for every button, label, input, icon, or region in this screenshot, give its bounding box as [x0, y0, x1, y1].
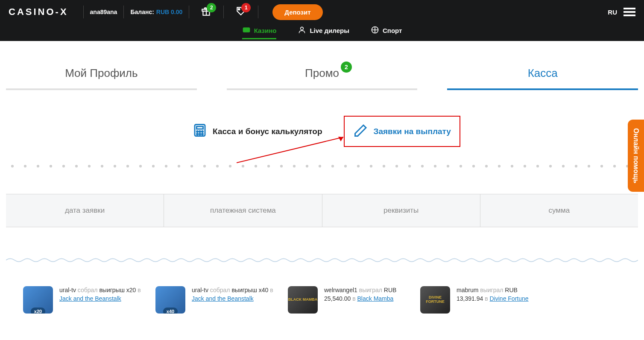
tab-promo[interactable]: Промо 2	[227, 67, 418, 90]
gift-button[interactable]: 2	[201, 6, 212, 18]
nav-sport-label: Спорт	[383, 27, 402, 34]
nav-casino-label: Казино	[254, 27, 277, 34]
svg-point-3	[238, 9, 240, 10]
divider	[223, 6, 224, 18]
feed-tail: выигрыш x40	[231, 287, 268, 293]
feed-thumb: DIVINE FORTUNE	[420, 286, 450, 314]
svg-line-18	[237, 137, 343, 163]
menu-icon[interactable]	[624, 8, 635, 16]
svg-rect-10	[197, 126, 203, 129]
wavy-separator	[6, 257, 638, 263]
feed-game-link[interactable]: Jack and the Beanstalk	[192, 295, 254, 302]
feed-in: в	[352, 295, 355, 302]
deposit-button[interactable]: Депозит	[272, 4, 322, 20]
th-details: реквизиты	[322, 194, 480, 227]
arrow-annotation	[237, 135, 348, 165]
divider	[189, 6, 189, 18]
feed-verb: собрал	[210, 287, 230, 293]
th-system: платежная система	[164, 194, 322, 227]
gift-badge: 2	[207, 3, 216, 12]
feed-item: x40 ural-tv собрал выигрыш x40 в Jack an…	[155, 286, 275, 314]
svg-point-12	[199, 131, 201, 132]
feed-game-link[interactable]: Divine Fortune	[490, 295, 529, 302]
svg-point-11	[197, 131, 198, 132]
tab-cashier[interactable]: Касса	[447, 67, 638, 90]
dealer-icon	[298, 26, 306, 35]
logo[interactable]: CASINO-X	[9, 6, 68, 18]
divider	[258, 6, 258, 18]
nav-live-label: Live дилеры	[310, 27, 349, 34]
feed-in: в	[138, 287, 141, 293]
feed-text: ural-tv собрал выигрыш x20 в Jack and th…	[59, 286, 143, 314]
feed-verb: выиграл	[359, 287, 382, 293]
main-nav: Казино Live дилеры Спорт	[0, 24, 644, 41]
nav-live[interactable]: Live дилеры	[298, 26, 349, 39]
divider	[123, 6, 124, 18]
tab-promo-badge: 2	[341, 62, 352, 73]
promo-badge: 1	[241, 3, 251, 12]
feed-item: BLACK MAMBA welrwangel1 выиграл RUB 25,5…	[288, 286, 407, 314]
winners-feed: x20 ural-tv собрал выигрыш x20 в Jack an…	[6, 286, 638, 314]
feed-verb: собрал	[78, 287, 98, 293]
feed-verb: выиграл	[480, 287, 503, 293]
pencil-icon	[353, 123, 369, 140]
feed-user: ural-tv	[59, 287, 76, 293]
tab-profile[interactable]: Мой Профиль	[6, 67, 197, 90]
svg-marker-19	[338, 137, 343, 141]
feed-in: в	[270, 287, 273, 293]
svg-rect-4	[243, 28, 249, 32]
feed-user: mabrum	[457, 287, 478, 293]
ball-icon	[371, 26, 379, 35]
nav-casino[interactable]: Казино	[242, 26, 277, 39]
svg-point-16	[202, 134, 203, 135]
th-amount: сумма	[480, 194, 638, 227]
feed-user: welrwangel1	[324, 287, 357, 293]
feed-text: ural-tv собрал выигрыш x40 в Jack and th…	[192, 286, 275, 314]
username[interactable]: ana89ana	[90, 9, 117, 15]
nav-sport[interactable]: Спорт	[371, 26, 402, 39]
tab-promo-label: Промо	[305, 67, 339, 79]
withdraw-requests-label: Заявки на выплату	[374, 127, 451, 136]
profile-tabs: Мой Профиль Промо 2 Касса	[6, 67, 638, 90]
language-selector[interactable]: RU	[608, 9, 617, 16]
calculator-icon	[192, 123, 208, 140]
feed-text: mabrum выиграл RUB 13,391.94 в Divine Fo…	[457, 286, 540, 314]
main-content: Мой Профиль Промо 2 Касса Касса и бонус …	[6, 41, 638, 314]
svg-point-7	[301, 27, 304, 30]
feed-thumb: x40	[155, 286, 185, 314]
requests-table-header: дата заявки платежная система реквизиты …	[6, 194, 638, 227]
feed-thumb: BLACK MAMBA	[288, 286, 318, 314]
balance-label: Баланс:	[130, 9, 154, 15]
th-date: дата заявки	[6, 194, 164, 227]
feed-thumb: x20	[23, 286, 53, 314]
feed-item: x20 ural-tv собрал выигрыш x20 в Jack an…	[23, 286, 143, 314]
feed-text: welrwangel1 выиграл RUB 25,540.00 в Blac…	[324, 286, 407, 314]
feed-user: ural-tv	[192, 287, 208, 293]
svg-point-13	[202, 131, 203, 132]
top-bar: CASINO-X ana89ana Баланс: RUB 0.00 2 1 Д…	[0, 0, 644, 24]
feed-game-link[interactable]: Black Mamba	[357, 295, 394, 302]
multiplier-badge: x20	[31, 308, 45, 314]
feed-item: DIVINE FORTUNE mabrum выиграл RUB 13,391…	[420, 286, 540, 314]
svg-point-14	[197, 134, 198, 135]
slot-icon	[242, 26, 251, 35]
feed-in: в	[485, 295, 488, 302]
divider	[83, 6, 84, 18]
cashier-sub-tabs: Касса и бонус калькулятор Заявки на выпл…	[6, 116, 638, 147]
online-help-button[interactable]: Онлайн помощь	[628, 120, 644, 192]
feed-tail: выигрыш x20	[99, 287, 136, 293]
balance-value: RUB 0.00	[156, 9, 182, 15]
feed-game-link[interactable]: Jack and the Beanstalk	[59, 295, 121, 302]
svg-point-15	[199, 134, 201, 135]
withdraw-requests-button[interactable]: Заявки на выплату	[344, 116, 460, 147]
promo-button[interactable]: 1	[235, 6, 246, 18]
multiplier-badge: x40	[163, 308, 178, 314]
